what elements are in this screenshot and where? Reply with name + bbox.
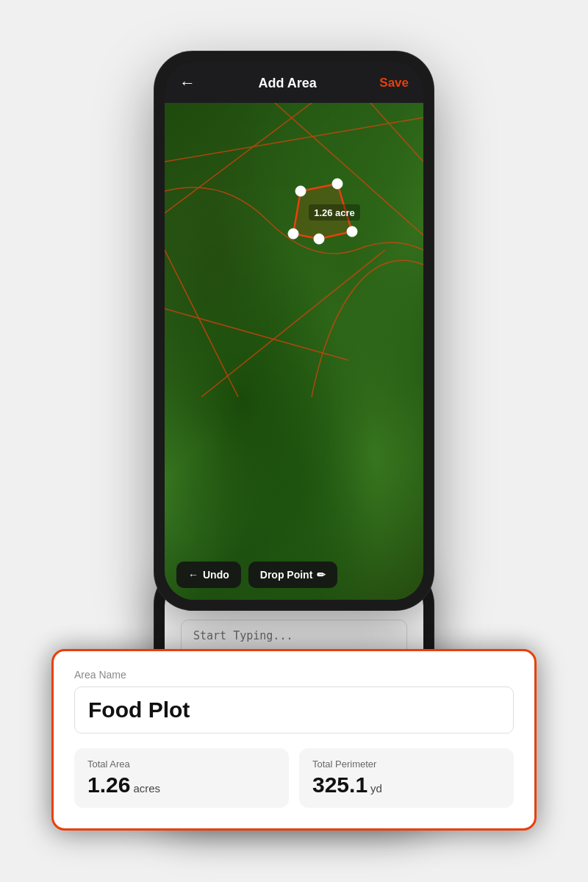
- undo-button[interactable]: ← Undo: [176, 562, 241, 588]
- undo-icon: ←: [188, 569, 198, 581]
- poly-point-1: [295, 186, 306, 196]
- total-area-value: 1.26 acres: [87, 772, 276, 797]
- poly-point-4: [314, 234, 324, 244]
- svg-line-4: [201, 250, 385, 397]
- svg-line-6: [165, 250, 238, 397]
- total-perimeter-label: Total Perimeter: [312, 759, 501, 770]
- svg-text:1.26 acre: 1.26 acre: [314, 207, 355, 218]
- drop-point-label: Drop Point: [260, 569, 313, 581]
- back-button[interactable]: ←: [179, 74, 196, 93]
- map-buttons: ← Undo Drop Point ✏: [176, 562, 337, 588]
- map-svg: 1.26 acre: [165, 103, 423, 397]
- bottom-sheet: Area Name Total Area 1.26 acres Total Pe…: [51, 649, 537, 831]
- map-container: 1.26 acre ← Undo Drop Point ✏: [165, 103, 423, 600]
- total-perimeter-card: Total Perimeter 325.1 yd: [299, 748, 514, 808]
- pencil-icon: ✏: [317, 569, 326, 581]
- area-name-input[interactable]: [74, 686, 514, 734]
- total-perimeter-unit: yd: [370, 782, 382, 795]
- phone-screen-top: ← Add Area Save: [165, 62, 423, 600]
- nav-save-button[interactable]: Save: [379, 76, 409, 90]
- svg-line-5: [370, 103, 423, 162]
- drop-point-button[interactable]: Drop Point ✏: [248, 562, 338, 588]
- nav-bar: ← Add Area Save: [165, 62, 423, 103]
- total-area-card: Total Area 1.26 acres: [74, 748, 289, 808]
- total-area-number: 1.26: [87, 772, 130, 797]
- poly-point-5: [288, 229, 298, 239]
- total-perimeter-number: 325.1: [312, 772, 368, 797]
- total-area-unit: acres: [133, 782, 160, 795]
- undo-label: Undo: [203, 569, 229, 581]
- page-title: Add Area: [258, 76, 316, 91]
- poly-point-3: [347, 226, 357, 237]
- svg-line-0: [165, 118, 423, 162]
- phone-shell-top: ← Add Area Save: [154, 51, 434, 610]
- area-name-label: Area Name: [74, 669, 514, 681]
- total-perimeter-value: 325.1 yd: [312, 772, 501, 797]
- total-area-label: Total Area: [87, 759, 276, 770]
- poly-point-2: [332, 179, 343, 189]
- stats-row: Total Area 1.26 acres Total Perimeter 32…: [74, 748, 514, 808]
